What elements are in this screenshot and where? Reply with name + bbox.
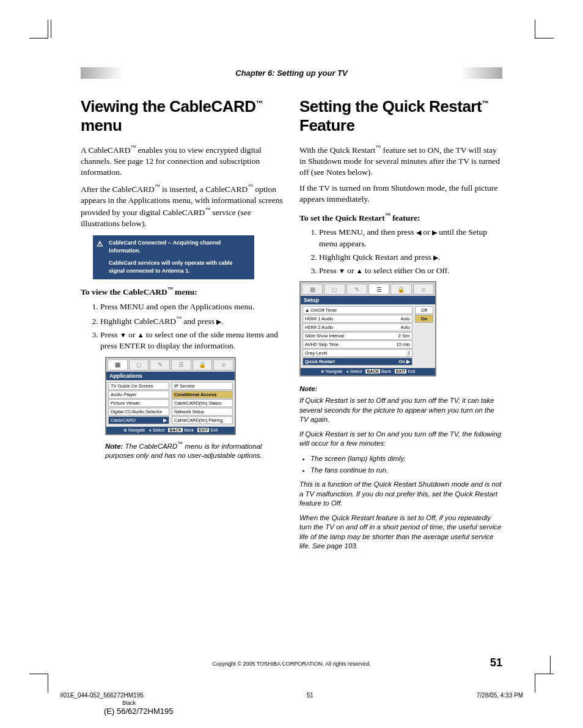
osd-footer: ⊕ Navigate ● Select BACK Back EXIT Exit [301,368,435,375]
osd-tab-icon: ⎚ [213,359,233,370]
steps-list: Press MENU and open the Applications men… [92,301,284,351]
subheading: To set the Quick Restart™ feature: [299,211,502,224]
osd-item: Audio Player [108,391,169,399]
print-color: Black [122,700,136,706]
osd-row: AVHD Skip Time15 min [302,340,413,348]
osd-footer: ⊕ Navigate ● Select BACK Back EXIT Exit [106,427,235,434]
osd-tab-icon: ▦ [302,284,323,295]
osd-applications: ▦ ◻ ✎ ☰ 🔒 ⎚ Applications TV Guide On Scr… [105,357,236,435]
osd-item: CableCARD(tm) Status [172,399,233,407]
alert-box: ⚠ CableCard Connected -- Acquiring chann… [93,235,254,279]
page-number: 51 [490,656,502,669]
osd-item-selected: CableCARD ▶ [108,416,169,424]
print-model: (E) 56/62/72HM195 [104,707,173,716]
osd-item: CableCARD(tm) Pairing [172,416,233,424]
osd-item: Network Setup [172,408,233,416]
heading-cablecard: Viewing the CableCARD™ menu [81,97,284,135]
osd-tab-icon: ✎ [150,359,170,370]
osd-setup: ▦ ◻ ✎ ☰ 🔒 ⎚ Setup ▲ On/Off Timer HDMI 1 … [299,281,436,377]
osd-tab-icon: ☰ [171,359,191,370]
osd-tab-icon: ☰ [369,284,389,295]
osd-row: HDMI 1 AudioAuto [302,315,413,323]
osd-header: Applications [106,372,235,380]
osd-option: Off [415,306,433,314]
down-arrow-icon: ▼ [120,331,127,339]
osd-item: Digital CC/Audio Selector [108,408,169,416]
para: After the CableCARD™ is inserted, a Cabl… [81,183,284,229]
notes-section: Note: If Quick Restart is set to Off and… [299,384,502,551]
para: With the Quick Restart™ feature set to O… [299,144,502,178]
note-text: Note: The CableCARD™ menu is for informa… [105,440,284,461]
osd-item: IP Service [172,382,233,390]
right-arrow-icon: ▶ [432,229,437,236]
osd-row: HDMI 2 AudioAuto [302,323,413,331]
steps-list: Press MENU, and then press ◀ or ▶ until … [310,227,502,276]
right-arrow-icon: ▶ [216,318,221,325]
warning-icon: ⚠ [97,239,103,249]
osd-row: ▲ On/Off Timer [302,306,413,314]
para: If the TV is turned on from Shutdown mod… [299,183,502,205]
up-arrow-icon: ▲ [356,267,363,274]
copyright: Copyright © 2005 TOSHIBA CORPORATION. Al… [81,661,502,667]
osd-tab-icon: 🔒 [391,284,411,295]
col-left: Viewing the CableCARD™ menu A CableCARD™… [81,97,284,556]
col-right: Setting the Quick Restart™ Feature With … [299,97,502,556]
subheading: To view the CableCARD™ menu: [81,285,284,298]
osd-row: Gray Level2 [302,349,413,357]
para: A CableCARD™ enables you to view encrypt… [81,144,284,178]
print-info: #01E_044-052_566272HM195 51 7/28/05, 4:3… [60,692,523,699]
right-arrow-icon: ▶ [433,254,438,261]
up-arrow-icon: ▲ [138,331,144,339]
osd-tab-icon: ◻ [129,359,149,370]
osd-item: Picture Viewer [108,399,169,407]
osd-item: TV Guide On Screen [108,382,169,390]
osd-tab-icon: 🔒 [193,359,213,370]
left-arrow-icon: ◀ [416,229,421,236]
osd-tab-icon: ⎚ [413,284,434,295]
osd-tab-icon: ✎ [346,284,367,295]
down-arrow-icon: ▼ [339,267,345,274]
osd-tab-icon: ◻ [324,284,345,295]
chapter-header: Chapter 6: Setting up your TV [81,67,502,79]
osd-option-selected: On [415,315,433,323]
osd-item-highlight: Conditional Access [172,391,233,399]
osd-row: Slide Show Interval2 Sec [302,332,413,340]
osd-header: Setup [301,296,435,304]
osd-row-selected: Quick RestartOn ▶ [302,358,413,366]
heading-quickrestart: Setting the Quick Restart™ Feature [299,97,502,135]
osd-tab-icon: ▦ [108,359,128,370]
